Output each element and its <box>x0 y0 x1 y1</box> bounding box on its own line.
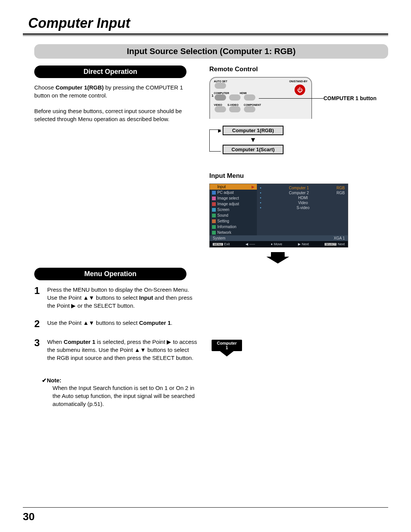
flow-box-rgb: Computer 1(RGB) <box>223 126 284 135</box>
menu-item-label: Image select <box>217 196 239 200</box>
label-autoset: AUTO SET <box>214 80 227 83</box>
remote-heading: Remote Control <box>209 66 388 73</box>
page-title: Computer Input <box>28 15 388 31</box>
menu-item-icon <box>212 197 216 200</box>
computer1-button: 1 <box>215 94 226 101</box>
flow-diagram: ▶ Computer 1(RGB) ▼ Computer 1(Scart) <box>209 126 285 154</box>
osd-menu-item: Screen <box>210 207 257 212</box>
rule-thick <box>23 34 388 35</box>
menu-item-label: Screen <box>217 208 229 212</box>
section-header: Input Source Selection (Computer 1: RGB) <box>34 44 388 59</box>
menu-item-icon <box>212 219 216 223</box>
menu-item-icon <box>212 214 216 217</box>
direct-para-1: Choose Computer 1(RGB) by pressing the C… <box>34 83 198 99</box>
autoset-button <box>215 83 226 89</box>
submenu-label: S-video <box>296 206 309 210</box>
osd-footer: MENUExit ◀ ----- ♦ Move ▶ Next SELECT Ne… <box>210 241 348 247</box>
arrow-down-large-icon <box>266 252 289 264</box>
note-block: ✔Note: When the Input Search function is… <box>42 377 198 408</box>
footer-exit: MENUExit <box>213 242 230 246</box>
text-bold: Computer 1(RGB) <box>56 84 104 91</box>
inputmenu-heading: Input Menu <box>209 172 388 180</box>
osd-menu-item: Setting <box>210 218 257 224</box>
menu-item-icon <box>212 185 216 189</box>
footer-next1: ▶ Next <box>298 242 309 246</box>
label-component: COMPONENT <box>244 104 261 106</box>
arrow-right-icon: ▶ <box>252 185 255 189</box>
menu-item-icon <box>212 225 216 229</box>
tooltip-arrow-icon <box>220 351 234 356</box>
menu-operation-header: Menu Operation <box>34 268 186 280</box>
step-number: 2 <box>34 319 42 329</box>
note-title: ✔Note: <box>42 377 198 384</box>
osd-menu-item: PC adjust <box>210 190 257 195</box>
menu-item-label: Input <box>217 185 226 189</box>
direct-para-2: Before using these buttons, correct inpu… <box>34 107 198 123</box>
osd-submenu-item: Computer 2RGB <box>260 190 345 195</box>
arrow-down-icon: ▼ <box>221 136 285 144</box>
label-onstandby: ON/STAND-BY <box>289 80 307 83</box>
component-button <box>244 106 255 112</box>
footer-back: ◀ ----- <box>245 242 255 246</box>
step-number: 3 <box>34 338 42 362</box>
footer-move: ♦ Move <box>271 242 282 246</box>
osd-submenu-item: Video <box>260 200 345 205</box>
direct-operation-header: Direct Operation <box>34 66 186 78</box>
power-icon: ⏻ <box>295 85 305 95</box>
osd-submenu-item: S-video <box>260 205 345 210</box>
text-bold: Computer 1 <box>139 320 170 326</box>
text-bold: Input <box>139 294 153 301</box>
step-number: 1 <box>34 286 42 310</box>
osd-menu-item: Information <box>210 224 257 230</box>
remote-diagram: AUTO SET ON/STAND-BY ⏻ COMPUTER HDMI 1 V… <box>209 77 388 157</box>
osd-menu-item: Image select <box>210 195 257 201</box>
submenu-value: RGB <box>336 191 345 195</box>
text: Use the Point ▲▼ buttons to select <box>47 320 139 326</box>
computer2-button <box>229 94 241 101</box>
step-2: 2 Use the Point ▲▼ buttons to select Com… <box>34 319 198 329</box>
rule-thin <box>23 35 388 36</box>
step-1: 1 Press the MENU button to display the O… <box>34 286 198 310</box>
menu-item-label: Image adjust <box>217 202 239 206</box>
menu-item-label: PC adjust <box>217 190 234 195</box>
submenu-label: Computer 2 <box>289 191 309 195</box>
arrow-right-icon: ▶ <box>218 128 221 133</box>
flow-box-scart: Computer 1(Scart) <box>223 145 284 154</box>
page-number: 30 <box>23 511 35 523</box>
submenu-label: Computer 1 <box>289 186 309 190</box>
menu-item-label: Sound <box>217 213 228 217</box>
note-text: When the Input Search function is set to… <box>53 384 198 408</box>
computer1-tooltip: Computer 1 <box>212 340 242 356</box>
submenu-value: RGB <box>336 186 345 190</box>
osd-menu: Input▶PC adjustImage selectImage adjustS… <box>209 184 348 248</box>
tooltip-line1: Computer <box>213 341 241 345</box>
footer-next2: SELECT Next <box>325 242 345 246</box>
system-value: XGA 1 <box>334 236 345 240</box>
label-computer: COMPUTER <box>214 92 229 94</box>
menu-item-label: Network <box>217 230 231 235</box>
submenu-label: HDMI <box>298 196 308 200</box>
menu-item-icon <box>212 191 216 195</box>
menu-item-label: Setting <box>217 219 229 223</box>
osd-menu-item: Sound <box>210 212 257 218</box>
osd-left-menu: Input▶PC adjustImage selectImage adjustS… <box>210 184 257 235</box>
text-bold: Computer 1 <box>64 339 95 345</box>
callout-computer1: COMPUTER 1 button <box>323 95 376 101</box>
video-button <box>215 106 226 112</box>
svideo-button <box>229 106 241 112</box>
tooltip-line2: 1 <box>213 345 241 350</box>
steps-list: 1 Press the MENU button to display the O… <box>34 286 198 362</box>
menu-item-label: Information <box>217 225 236 229</box>
remote-body: AUTO SET ON/STAND-BY ⏻ COMPUTER HDMI 1 V… <box>209 77 312 119</box>
label-svideo: S-VIDEO <box>228 104 239 106</box>
osd-menu-item: Input▶ <box>210 184 257 190</box>
step-text: Press the MENU button to display the On-… <box>47 286 198 310</box>
step-text: When Computer 1 is selected, press the P… <box>47 338 198 362</box>
osd-system-bar: System XGA 1 <box>210 235 348 241</box>
text: Choose <box>34 84 56 91</box>
step-3: 3 When Computer 1 is selected, press the… <box>34 338 198 362</box>
text: When <box>47 339 64 345</box>
osd-submenu-item: Computer 1RGB <box>260 185 345 190</box>
system-label: System <box>213 236 225 240</box>
osd-right-menu: Computer 1RGBComputer 2RGBHDMIVideoS-vid… <box>257 184 348 235</box>
